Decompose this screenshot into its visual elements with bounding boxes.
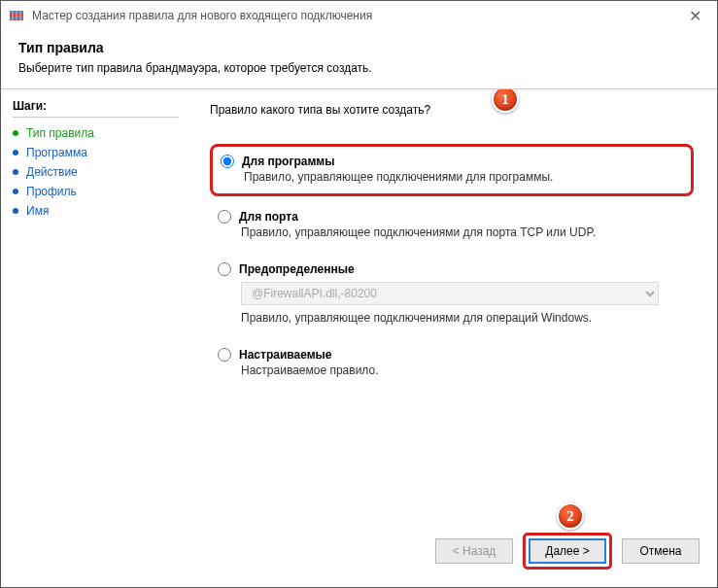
close-icon[interactable]: ✕ <box>681 7 709 25</box>
sidebar-title: Шаги: <box>13 99 179 113</box>
body: Шаги: Тип правила Программа Действие Про… <box>1 89 717 521</box>
radio-port[interactable] <box>218 210 231 224</box>
option-custom-label[interactable]: Настраиваемые <box>218 348 684 362</box>
titlebar: Мастер создания правила для нового входя… <box>1 1 717 30</box>
sidebar: Шаги: Тип правила Программа Действие Про… <box>1 89 190 521</box>
option-predefined-label[interactable]: Предопределенные <box>218 262 684 276</box>
page-subtitle: Выберите тип правила брандмауэра, которо… <box>18 61 700 75</box>
option-predefined-desc: Правило, управляющее подключениями для о… <box>241 311 684 325</box>
predefined-select: @FirewallAPI.dll,-80200 <box>241 282 659 305</box>
option-program-desc: Правило, управляющее подключениями для п… <box>244 170 681 184</box>
wizard-window: Мастер создания правила для нового входя… <box>0 0 718 588</box>
cancel-button[interactable]: Отмена <box>622 538 700 564</box>
option-port-label[interactable]: Для порта <box>218 210 684 224</box>
option-predefined[interactable]: Предопределенные @FirewallAPI.dll,-80200… <box>210 255 694 334</box>
main-panel: Правило какого типа вы хотите создать? 1… <box>190 89 717 521</box>
header: Тип правила Выберите тип правила брандма… <box>1 30 717 88</box>
radio-predefined[interactable] <box>218 262 231 276</box>
step-profile[interactable]: Профиль <box>13 182 179 201</box>
step-program[interactable]: Программа <box>13 143 179 162</box>
step-list: Тип правила Программа Действие Профиль И… <box>13 123 179 221</box>
footer: < Назад 2 Далее > Отмена <box>1 521 717 587</box>
callout-marker-2: 2 <box>557 502 584 530</box>
back-button: < Назад <box>435 538 513 564</box>
radio-program[interactable] <box>221 155 234 168</box>
option-program-label[interactable]: Для программы <box>221 155 681 168</box>
options-group: Для программы Правило, управляющее подкл… <box>210 144 694 387</box>
firewall-icon <box>9 8 24 23</box>
step-name[interactable]: Имя <box>13 201 179 221</box>
next-button-highlight: 2 Далее > <box>523 533 612 570</box>
option-program[interactable]: Для программы Правило, управляющее подкл… <box>210 144 694 196</box>
step-action[interactable]: Действие <box>13 162 179 182</box>
option-custom[interactable]: Настраиваемые Настраиваемое правило. <box>210 340 694 387</box>
question-text: Правило какого типа вы хотите создать? <box>210 103 694 117</box>
option-port-desc: Правило, управляющее подключениями для п… <box>241 225 684 239</box>
page-title: Тип правила <box>18 40 700 55</box>
window-title: Мастер создания правила для нового входя… <box>32 9 372 22</box>
step-rule-type[interactable]: Тип правила <box>13 123 179 143</box>
radio-custom[interactable] <box>218 348 231 362</box>
option-port[interactable]: Для порта Правило, управляющее подключен… <box>210 202 694 249</box>
next-button[interactable]: Далее > <box>529 538 606 564</box>
option-custom-desc: Настраиваемое правило. <box>241 363 684 377</box>
